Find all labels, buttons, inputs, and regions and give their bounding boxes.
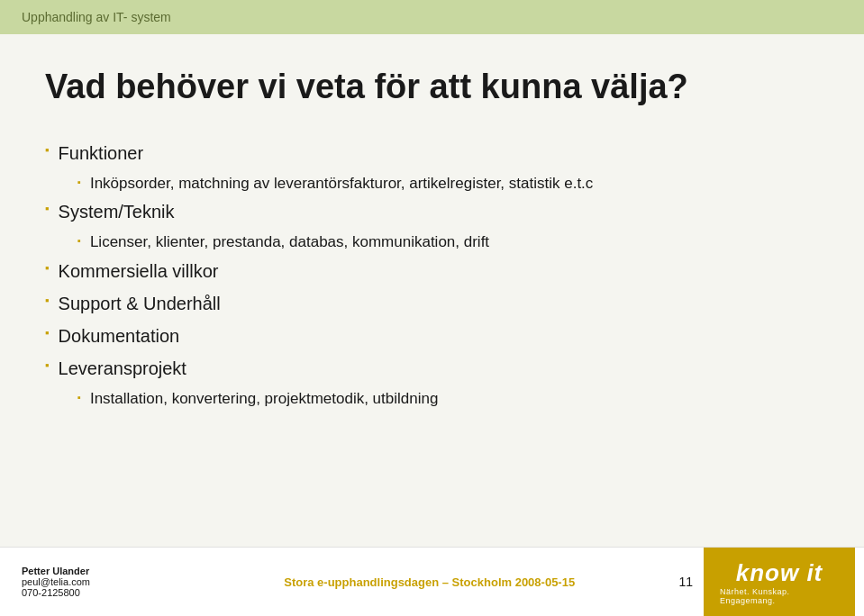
bullet-item: ▪ System/Teknik	[45, 199, 819, 224]
bullet-item: ▪ Support & Underhåll	[45, 291, 819, 316]
slide-title: Vad behöver vi veta för att kunna välja?	[45, 67, 819, 108]
footer: Petter Ulander peul@telia.com 070-212580…	[0, 547, 864, 616]
know-it-tagline: Närhet. Kunskap. Engagemang.	[720, 587, 839, 605]
bullet-label: Leveransprojekt	[59, 356, 186, 381]
sub-bullet-text: Inköpsorder, matchning av leverantörsfak…	[90, 173, 593, 195]
bullet-funktioner: ▪ Funktioner ▪ Inköpsorder, matchning av…	[45, 140, 819, 195]
bullet-icon: ▪	[45, 143, 50, 157]
bullet-icon: ▪	[45, 202, 50, 215]
bullet-support: ▪ Support & Underhåll	[45, 291, 819, 316]
know-it-logo: know it Närhet. Kunskap. Engagemang.	[704, 548, 855, 617]
bullet-label: Support & Underhåll	[59, 291, 221, 316]
sub-bullet-item: ▪ Licenser, klienter, prestanda, databas…	[45, 231, 819, 253]
sub-bullet-icon: ▪	[77, 392, 81, 403]
footer-right: 11 know it Närhet. Kunskap. Engagemang.	[678, 548, 864, 617]
bullet-item: ▪ Funktioner	[45, 140, 819, 166]
footer-phone: 070-2125800	[22, 587, 180, 598]
sub-bullet-item: ▪ Inköpsorder, matchning av leverantörsf…	[45, 173, 819, 195]
main-content: Vad behöver vi veta för att kunna välja?…	[0, 34, 864, 433]
sub-bullet-item: ▪ Installation, konvertering, projektmet…	[45, 388, 819, 410]
bullet-system-teknik: ▪ System/Teknik ▪ Licenser, klienter, pr…	[45, 199, 819, 253]
bullet-label: Funktioner	[59, 140, 144, 166]
footer-left: Petter Ulander peul@telia.com 070-212580…	[0, 566, 180, 598]
bullet-label: Kommersiella villkor	[59, 258, 219, 284]
bullet-item: ▪ Leveransprojekt	[45, 356, 819, 381]
sub-bullet-text: Installation, konvertering, projektmetod…	[90, 388, 439, 410]
bullet-kommersiella: ▪ Kommersiella villkor	[45, 258, 819, 284]
bullet-label: Dokumentation	[59, 323, 180, 349]
bullet-item: ▪ Kommersiella villkor	[45, 258, 819, 284]
bullet-dokumentation: ▪ Dokumentation	[45, 323, 819, 349]
bullet-leveransprojekt: ▪ Leveransprojekt ▪ Installation, konver…	[45, 356, 819, 410]
bullet-label: System/Teknik	[59, 199, 175, 224]
footer-name: Petter Ulander	[22, 566, 180, 576]
footer-email: peul@telia.com	[22, 576, 180, 587]
bullet-icon: ▪	[45, 358, 50, 372]
bullet-icon: ▪	[45, 294, 50, 307]
bullet-icon: ▪	[45, 261, 50, 275]
sub-bullet-icon: ▪	[77, 177, 81, 187]
header-title: Upphandling av IT- system	[22, 10, 171, 24]
know-it-text: know it	[736, 559, 823, 587]
footer-center: Stora e-upphandlingsdagen – Stockholm 20…	[180, 574, 678, 590]
footer-event: Stora e-upphandlingsdagen – Stockholm 20…	[284, 575, 575, 589]
page-number: 11	[678, 575, 693, 589]
bullet-icon: ▪	[45, 326, 50, 340]
sub-bullet-icon: ▪	[77, 235, 81, 246]
bullet-item: ▪ Dokumentation	[45, 323, 819, 349]
header-bar: Upphandling av IT- system	[0, 0, 864, 34]
sub-bullet-text: Licenser, klienter, prestanda, databas, …	[90, 231, 489, 253]
